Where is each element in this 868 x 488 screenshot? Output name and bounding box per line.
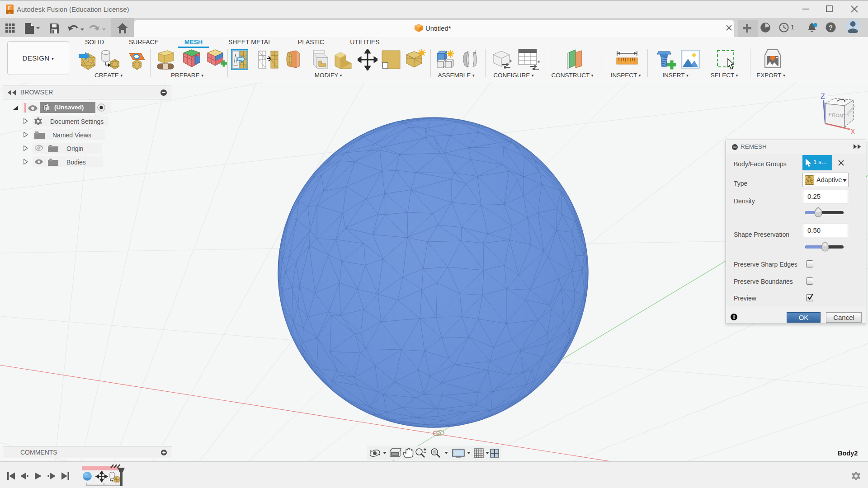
svg-text:Z: Z bbox=[821, 93, 825, 100]
svg-text:F: F bbox=[8, 5, 11, 11]
svg-text:X: X bbox=[850, 128, 855, 136]
svg-text:?: ? bbox=[829, 24, 833, 31]
svg-text:360: 360 bbox=[8, 12, 12, 14]
